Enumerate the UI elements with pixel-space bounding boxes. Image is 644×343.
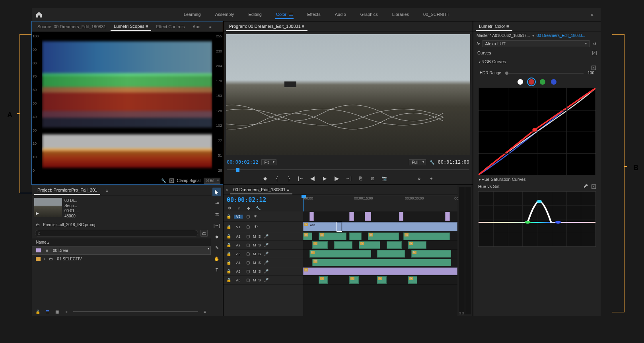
hand-tool[interactable]: ✋ [212,254,221,263]
new-bin-icon[interactable]: 🗀 [200,230,208,237]
rgb-curve-graph[interactable] [478,88,596,175]
track-header-a3[interactable]: 🔒A3▢MS🎤 [224,250,303,258]
lut-select[interactable]: Alexa LUT [483,40,590,47]
razor-tool[interactable]: ◆ [212,232,221,241]
project-tab[interactable]: Project: PremierePro_Fall_201 [34,186,100,195]
ws-tab-effects[interactable]: Effects [306,10,321,19]
track-header-a5[interactable]: 🔒A5▢MS🎤 [224,267,303,276]
audio-tab-trunc[interactable]: Aud [189,23,204,31]
settings-icon[interactable]: 🔧 [255,205,261,211]
clamp-signal-checkbox[interactable]: ✓ [169,178,174,183]
icon-view-icon[interactable]: ▦ [54,309,60,314]
go-to-in-icon[interactable]: |← [298,175,304,182]
wrench-icon[interactable]: 🔧 [161,178,166,184]
zoom-fit-select[interactable]: Fit [261,159,276,165]
hue-vs-sat-graph[interactable] [478,191,596,247]
linked-selection-icon[interactable]: ∩ [236,205,242,211]
project-menu-icon[interactable]: ≡ [202,309,208,314]
lumetri-master-clip[interactable]: Master * A010C062_160517... [477,33,530,38]
snap-icon[interactable]: ❄ [227,205,232,211]
list-view-icon[interactable]: ☰ [45,309,50,314]
resolution-select[interactable]: Full [409,159,426,165]
hdr-range-slider[interactable] [505,73,584,74]
program-viewer[interactable] [226,34,470,155]
track-select-tool[interactable]: ⇥ [212,199,221,207]
rolling-edit-tool[interactable]: |↔| [212,221,221,230]
lift-icon[interactable]: ⎘ [357,175,364,182]
ws-tab-libraries[interactable]: Libraries [391,10,410,19]
program-scrubber[interactable] [227,167,469,172]
workspace-overflow-icon[interactable]: » [587,11,597,19]
hue-sat-curves-header[interactable]: Hue Saturation Curves [473,175,601,183]
hue-vs-sat-enable-checkbox[interactable]: ✓ [591,184,596,189]
track-header-a2[interactable]: 🔒A2▢MS🎤 [224,241,303,250]
timeline-timecode[interactable]: 00:00:02:12 [227,196,300,203]
lumetri-color-tab[interactable]: Lumetri Color ≡ [476,22,512,31]
ws-tab-color[interactable]: Color [275,10,294,19]
ripple-edit-tool[interactable]: ⇆ [212,210,221,219]
ws-tab-learning[interactable]: Learning [183,10,202,19]
effect-controls-tab[interactable]: Effect Controls [153,23,188,31]
blue-channel-dot[interactable] [551,79,556,85]
type-tool[interactable]: T [212,265,221,274]
mark-out-icon[interactable]: } [286,175,292,182]
project-search-input[interactable] [35,230,198,237]
track-header-v1[interactable]: 🔒V1▢👁 [224,222,303,232]
bin-row-sequence[interactable]: ≡ 00 Drear [32,246,211,255]
thumb-play-icon[interactable]: ▶ [36,211,39,215]
panel-menu-icon[interactable] [289,12,293,16]
ws-tab-graphics[interactable]: Graphics [360,10,379,19]
step-fwd-icon[interactable]: |▶ [333,175,340,182]
program-tab[interactable]: Program: 00 Dreamers_Edit_180831 ≡ [226,22,307,31]
marker-icon[interactable]: ◆ [246,205,251,211]
fx-badge[interactable]: fx [477,41,480,46]
source-tabs-overflow-icon[interactable]: » [205,23,216,31]
home-icon[interactable] [35,11,43,19]
reset-icon[interactable]: ↺ [592,41,597,47]
track-header-v2[interactable]: 🔒V2▢👁 [224,211,303,222]
play-icon[interactable]: ▶ [321,175,328,182]
go-to-out-icon[interactable]: →| [345,175,352,182]
zoom-slider[interactable] [73,311,198,312]
source-tab[interactable]: Source: 00 Dreamers_Edit_180831 [34,23,109,31]
timeline-tracks[interactable]: fxA01 fxfxfxfx fxfxfx fxfx [303,211,457,316]
mark-in-icon[interactable]: { [274,175,280,182]
timeline-sequence-tab[interactable]: 00 Dreamers_Edit_180831 ≡ [230,186,292,194]
name-column-header[interactable]: Name [36,240,49,244]
step-back-icon[interactable]: ◀| [309,175,316,182]
ws-tab-custom[interactable]: 00_SCHNITT [422,10,450,19]
selection-tool[interactable] [212,188,221,196]
add-marker-icon[interactable]: ◆ [262,175,268,182]
rgb-curves-enable-checkbox[interactable]: ✓ [591,66,596,70]
pen-tool[interactable]: ✎ [212,243,221,252]
track-header-a6[interactable]: 🔒A6▢MS🎤 [224,276,303,285]
export-frame-icon[interactable]: 📷 [381,175,387,182]
freeform-view-icon[interactable]: ○ [64,309,69,314]
ws-tab-assembly[interactable]: Assembly [214,10,235,19]
bitdepth-select[interactable]: 8 Bit [204,178,220,184]
bin-row-folder[interactable]: › 🗀 01 SELECTIV [32,255,211,263]
settings-wrench-icon[interactable]: 🔧 [429,159,435,165]
rgb-curves-header[interactable]: RGB Curves [473,58,601,66]
clip-thumbnail[interactable]: ▶ [34,198,62,217]
button-editor-icon[interactable]: ＋ [428,175,434,182]
write-lock-icon[interactable]: 🔓 [35,309,41,314]
lumetri-scopes-tab[interactable]: Lumetri Scopes ≡ [111,22,151,31]
program-timecode-in[interactable]: 00:00:02:12 [227,159,258,165]
extract-icon[interactable]: ⎚ [369,175,376,182]
curves-enable-checkbox[interactable]: ✓ [592,51,597,55]
project-overflow-icon[interactable]: » [102,186,112,194]
hdr-range-value[interactable]: 100 [588,71,594,75]
luma-channel-dot[interactable] [518,79,523,85]
ws-tab-audio[interactable]: Audio [334,10,347,19]
transport-overflow-icon[interactable]: » [416,175,422,182]
red-channel-dot[interactable] [529,79,534,85]
track-header-a4[interactable]: 🔒A4▢MS🎤 [224,258,303,267]
track-header-a1[interactable]: 🔒A1▢MS🎤 [224,232,303,241]
lumetri-sequence-link[interactable]: 00 Dreamers_Edit_18083... [537,33,585,38]
curves-section-title[interactable]: Curves [477,50,491,55]
green-channel-dot[interactable] [540,79,545,85]
ws-tab-editing[interactable]: Editing [247,10,263,19]
timeline-ruler[interactable]: :00:00 00:00:15:00 00:00:30:00 00: [303,195,457,195]
eyedropper-icon[interactable] [584,184,588,189]
